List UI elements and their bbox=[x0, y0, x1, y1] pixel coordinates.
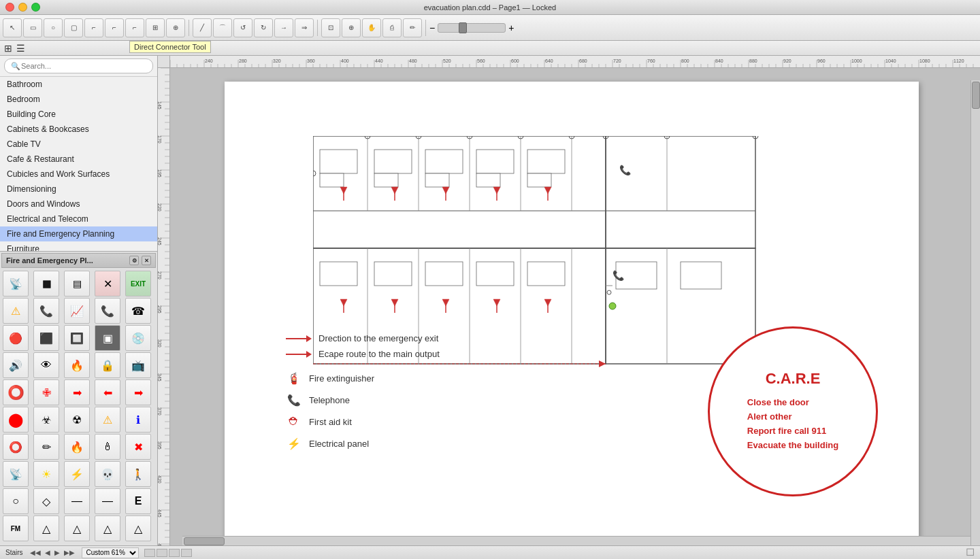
titlebar-buttons[interactable] bbox=[5, 3, 40, 12]
insert-tool[interactable]: ⊞ bbox=[146, 18, 165, 37]
nav-first[interactable]: ◀◀ bbox=[29, 549, 42, 556]
shape-skull[interactable]: 💀 bbox=[95, 461, 120, 487]
line-tool[interactable]: ╱ bbox=[193, 18, 212, 37]
shape-line1[interactable]: — bbox=[64, 488, 90, 514]
undo-btn[interactable]: ↺ bbox=[233, 18, 252, 37]
shape-arrow-r[interactable]: ➡ bbox=[64, 379, 90, 405]
sidebar-item-bathroom[interactable]: Bathroom bbox=[0, 77, 157, 92]
resize-handle[interactable]: ◻ bbox=[966, 545, 975, 558]
zoom-select[interactable]: Custom 61% bbox=[82, 547, 139, 558]
zoom-slider-thumb[interactable] bbox=[459, 22, 467, 33]
sidebar-item-cubicles[interactable]: Cubicles and Work Surfaces bbox=[0, 167, 157, 182]
shape-tri4[interactable]: △ bbox=[125, 515, 151, 541]
zoom-slider[interactable] bbox=[438, 23, 506, 33]
shape-tri3[interactable]: △ bbox=[95, 515, 120, 541]
more-tool[interactable]: ⊕ bbox=[166, 18, 185, 37]
zoom-plus-icon[interactable]: + bbox=[508, 22, 514, 33]
shape-cancel[interactable]: ✕ bbox=[95, 271, 120, 297]
shape-sun[interactable]: ☀ bbox=[33, 461, 59, 487]
shape-candle[interactable]: 🕯 bbox=[95, 434, 120, 460]
line-end-tool[interactable]: ⇒ bbox=[295, 18, 314, 37]
shape-flame[interactable]: 🔥 bbox=[64, 434, 90, 460]
maximize-button[interactable] bbox=[31, 3, 40, 12]
shape-white-sq[interactable]: ▣ bbox=[95, 325, 120, 351]
sidebar-item-doors[interactable]: Doors and Windows bbox=[0, 197, 157, 211]
shape-panel-settings[interactable]: ⚙ bbox=[129, 256, 139, 265]
shape-panel-close[interactable]: ✕ bbox=[142, 256, 151, 265]
canvas-content[interactable]: 📞 📞 bbox=[170, 68, 980, 545]
shape-cross[interactable]: ✙ bbox=[33, 379, 59, 405]
shape-radiation[interactable]: ☢ bbox=[64, 407, 90, 433]
sidebar-item-cafe[interactable]: Cafe & Restaurant bbox=[0, 152, 157, 167]
shape-x[interactable]: ✖ bbox=[125, 434, 151, 460]
sidebar-item-fire[interactable]: Fire and Emergency Planning bbox=[0, 226, 157, 241]
shape-phone[interactable]: 📞 bbox=[33, 298, 59, 324]
pan-btn[interactable]: ✋ bbox=[362, 18, 381, 37]
sidebar-item-electrical[interactable]: Electrical and Telecom bbox=[0, 211, 157, 226]
shape-disc[interactable]: 💿 bbox=[125, 325, 151, 351]
sidebar-item-cabinets[interactable]: Cabinets & Bookcases bbox=[0, 122, 157, 137]
shape-arrow-r2[interactable]: ➡ bbox=[125, 379, 151, 405]
nav-prev[interactable]: ◀ bbox=[44, 549, 52, 556]
rectangle-tool[interactable]: ▭ bbox=[23, 18, 42, 37]
shape-arrow-l[interactable]: ⬅ bbox=[95, 379, 120, 405]
search-input[interactable] bbox=[4, 58, 153, 73]
shape-warning[interactable]: ⚠ bbox=[3, 298, 29, 324]
shape-box[interactable]: 🔲 bbox=[64, 325, 90, 351]
connector2-tool[interactable]: ⌐ bbox=[105, 18, 124, 37]
shape-ring[interactable]: ⭕ bbox=[3, 434, 29, 460]
ellipse-tool[interactable]: ○ bbox=[44, 18, 63, 37]
rounded-rect-tool[interactable]: ▢ bbox=[64, 18, 83, 37]
shape-circle2[interactable]: ○ bbox=[3, 488, 29, 514]
shape-fm[interactable]: FM bbox=[3, 515, 29, 541]
shape-eye[interactable]: 👁 bbox=[33, 352, 59, 378]
connector-tool[interactable]: ⌐ bbox=[84, 18, 103, 37]
pointer-tool[interactable]: ↖ bbox=[3, 18, 22, 37]
shape-pencil[interactable]: ✏ bbox=[33, 434, 59, 460]
shape-speaker[interactable]: 🔊 bbox=[3, 352, 29, 378]
shape-tri2[interactable]: △ bbox=[64, 515, 90, 541]
page-btn-1[interactable] bbox=[144, 549, 155, 557]
shape-phone2[interactable]: 📞 bbox=[95, 298, 120, 324]
connector3-tool[interactable]: ⌐ bbox=[125, 18, 144, 37]
page-btn-4[interactable] bbox=[181, 549, 192, 557]
shape-alarm[interactable]: 📡 bbox=[3, 271, 29, 297]
shape-phone3[interactable]: ☎ bbox=[125, 298, 151, 324]
page-btn-2[interactable] bbox=[157, 549, 167, 557]
shape-fire[interactable]: 🔥 bbox=[64, 352, 90, 378]
shape-grid2[interactable]: ▤ bbox=[64, 271, 90, 297]
shape-line2[interactable]: — bbox=[95, 488, 120, 514]
sidebar-item-cable-tv[interactable]: Cable TV bbox=[0, 137, 157, 152]
shape-caution[interactable]: ⚠ bbox=[95, 407, 120, 433]
minimize-button[interactable] bbox=[18, 3, 27, 12]
sidebar-item-building-core[interactable]: Building Core bbox=[0, 107, 157, 122]
print-btn[interactable]: ⎙ bbox=[382, 18, 402, 37]
shape-red-dot[interactable]: ⬤ bbox=[3, 407, 29, 433]
shape-tri1[interactable]: △ bbox=[33, 515, 59, 541]
redo-btn[interactable]: ↻ bbox=[254, 18, 273, 37]
shape-signal[interactable]: 📡 bbox=[3, 461, 29, 487]
shape-red-circle[interactable]: 🔴 bbox=[3, 325, 29, 351]
zoom-minus-icon[interactable]: − bbox=[429, 22, 435, 33]
shape-circle[interactable]: ⭕ bbox=[3, 379, 29, 405]
scrollbar-vertical[interactable] bbox=[970, 80, 980, 545]
sidebar-item-dimensioning[interactable]: Dimensioning bbox=[0, 182, 157, 197]
shape-person[interactable]: 🚶 bbox=[125, 461, 151, 487]
shape-screen[interactable]: 📺 bbox=[125, 352, 151, 378]
arrow-tool[interactable]: → bbox=[274, 18, 293, 37]
nav-last[interactable]: ▶▶ bbox=[63, 549, 76, 556]
nav-next[interactable]: ▶ bbox=[53, 549, 61, 556]
shape-black-sq[interactable]: ⬛ bbox=[33, 325, 59, 351]
draw-btn[interactable]: ✏ bbox=[403, 18, 422, 37]
shape-grid1[interactable]: ▦ bbox=[33, 271, 59, 297]
close-button[interactable] bbox=[5, 3, 14, 12]
scrollbar-horizontal[interactable] bbox=[182, 536, 970, 545]
shape-lightning[interactable]: ⚡ bbox=[64, 461, 90, 487]
shape-e-symbol[interactable]: E bbox=[125, 488, 151, 514]
shape-lock[interactable]: 🔒 bbox=[95, 352, 120, 378]
scrollbar-thumb-h[interactable] bbox=[184, 537, 225, 545]
canvas-area[interactable]: 2402803203604004404805205606006406807207… bbox=[158, 56, 980, 545]
shape-info[interactable]: ℹ bbox=[125, 407, 151, 433]
shape-exit[interactable]: EXIT bbox=[125, 271, 151, 297]
sidebar-item-furniture[interactable]: Furniture bbox=[0, 241, 157, 251]
